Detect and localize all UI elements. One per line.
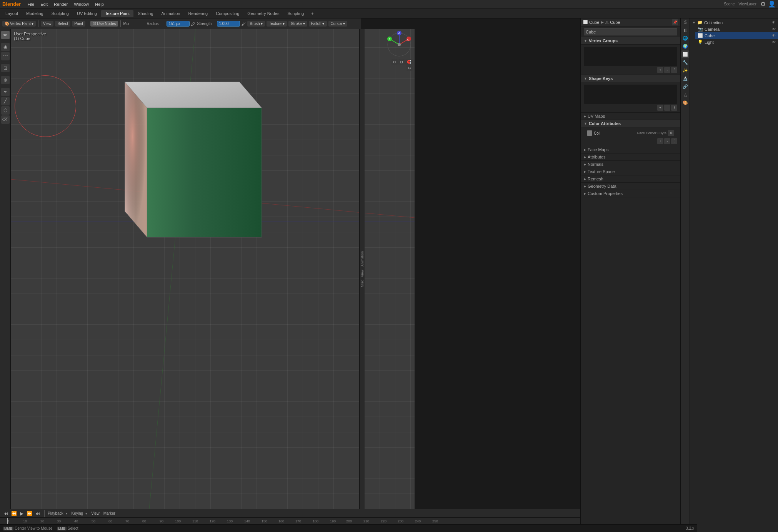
scene-props-icon[interactable]: 🌐 [681, 34, 689, 42]
menu-help[interactable]: Help [92, 1, 107, 7]
cursor-btn[interactable]: Cursor ▾ [328, 21, 348, 27]
proportional-edit-btn[interactable]: ⊙ [406, 65, 413, 71]
vg-extra-btn[interactable]: ⋮ [671, 67, 677, 73]
object-props-icon[interactable]: ⬜ [681, 50, 689, 58]
3d-viewport[interactable]: User Perspective (1) Cube X Y Z ⊙ [11, 29, 415, 509]
texture-space-header[interactable]: ▶ Texture Space [581, 168, 680, 175]
modifier-props-icon[interactable]: 🔧 [681, 58, 689, 66]
view-menu[interactable]: View [41, 21, 54, 27]
menu-render[interactable]: Render [51, 1, 70, 7]
camera-item[interactable]: 📷 Camera 👁 [695, 26, 778, 32]
radius-input[interactable] [167, 21, 190, 27]
draw-tool[interactable]: ✏ [1, 31, 10, 39]
tl-jump-end-btn[interactable]: ⏭ [34, 510, 41, 517]
shape-keys-header[interactable]: ▼ Shape Keys [581, 75, 680, 82]
strength-input[interactable] [217, 21, 240, 27]
remesh-header[interactable]: ▶ Remesh [581, 175, 680, 183]
sk-add-btn[interactable]: + [657, 105, 663, 111]
cube-eye[interactable]: 👁 [772, 33, 776, 38]
texture-btn[interactable]: Texture ▾ [267, 21, 287, 27]
nav-gizmo[interactable]: X Y Z [386, 31, 413, 58]
camera-eye[interactable]: 👁 [772, 27, 776, 31]
misc-tab[interactable]: Misc [360, 279, 364, 289]
version-label: 3.2.x [686, 526, 694, 530]
cursor-tool[interactable]: ⊕ [1, 76, 10, 84]
collection-eye[interactable]: 👁 [772, 20, 776, 25]
vg-remove-btn[interactable]: - [664, 67, 670, 73]
view-layer-icon[interactable]: ◧ [681, 26, 689, 34]
ws-tab-sculpting[interactable]: Sculpting [48, 10, 73, 17]
ws-tab-scripting[interactable]: Scripting [283, 10, 308, 17]
particles-icon[interactable]: ✨ [681, 67, 689, 74]
output-props-icon[interactable]: 🖨 [681, 18, 689, 26]
constraints-icon[interactable]: 🔗 [681, 83, 689, 90]
cube-item[interactable]: ⬜ Cube 👁 [695, 32, 778, 39]
uv-maps-header[interactable]: ▶ UV Maps [581, 113, 680, 120]
sk-extra-btn[interactable]: ⋮ [671, 105, 677, 111]
breadcrumb-home[interactable]: ⬜ [583, 20, 588, 24]
geometry-data-header[interactable]: ▶ Geometry Data [581, 183, 680, 190]
vg-add-btn[interactable]: + [657, 67, 663, 73]
object-mode-toggle[interactable]: 🎨 Vertex Paint ▾ [2, 21, 36, 27]
ws-tab-rendering[interactable]: Rendering [184, 10, 212, 17]
smear-tool[interactable]: 〰 [1, 52, 10, 60]
ca-extra-btn[interactable]: ⋮ [671, 138, 677, 144]
ws-tab-uv-editing[interactable]: UV Editing [73, 10, 101, 17]
tl-play-btn[interactable]: ▶ [19, 510, 25, 517]
menu-file[interactable]: File [25, 1, 37, 7]
collection-item[interactable]: ▼ 📁 Collection 👁 [690, 19, 778, 26]
ws-tab-layout[interactable]: Layout [2, 10, 22, 17]
view-tab[interactable]: View [360, 268, 364, 279]
viewport-gizmo-btn[interactable]: ⊡ [398, 59, 405, 65]
world-props-icon[interactable]: 🌍 [681, 42, 689, 50]
normals-header[interactable]: ▶ Normals [581, 161, 680, 168]
tl-next-frame-btn[interactable]: ⏩ [25, 510, 33, 517]
properties-icon-bar: 🎬 🖨 ◧ 🌐 🌍 ⬜ 🔧 ✨ 🔬 🔗 △ 🎨 [680, 8, 690, 532]
viewport-overlay-btn[interactable]: ⊙ [391, 59, 398, 65]
ca-add-btn[interactable]: + [657, 138, 663, 144]
color-attributes-header[interactable]: ▼ Color Attributes [581, 120, 680, 127]
tl-jump-start-btn[interactable]: ⏮ [2, 510, 9, 517]
ws-tab-add[interactable]: + [308, 10, 317, 17]
ws-tab-shading[interactable]: Shading [134, 10, 157, 17]
physics-icon[interactable]: 🔬 [681, 75, 689, 82]
strength-icon: 🖊 [242, 22, 246, 26]
col-settings-btn[interactable]: ⚙ [668, 130, 674, 136]
blur-tool[interactable]: ⊡ [1, 64, 10, 72]
animation-tab[interactable]: Animation [360, 250, 364, 268]
ws-tab-animation[interactable]: Animation [158, 10, 184, 17]
use-nodes-btn[interactable]: ☑ Use Nodes [90, 21, 118, 27]
light-item[interactable]: 💡 Light 👁 [695, 39, 778, 45]
object-name-input[interactable] [584, 28, 677, 35]
face-maps-header[interactable]: ▶ Face Maps [581, 146, 680, 153]
vertex-groups-header[interactable]: ▼ Vertex Groups [581, 37, 680, 45]
material-icon[interactable]: 🎨 [681, 99, 689, 107]
menu-window[interactable]: Window [71, 1, 92, 7]
annotate-poly[interactable]: ⬡ [1, 106, 10, 115]
status-center-view: MMB Center View to Mouse [3, 526, 52, 530]
annotate-erase[interactable]: ⌫ [1, 115, 10, 124]
fill-tool[interactable]: ◉ [1, 43, 10, 51]
object-data-icon[interactable]: △ [681, 91, 689, 98]
props-pin-btn[interactable]: 📌 [672, 19, 678, 25]
tl-prev-frame-btn[interactable]: ⏪ [10, 510, 18, 517]
ws-tab-geometry-nodes[interactable]: Geometry Nodes [243, 10, 283, 17]
annotate-line[interactable]: ╱ [1, 97, 10, 105]
custom-properties-header[interactable]: ▶ Custom Properties [581, 190, 680, 197]
brush-btn[interactable]: Brush ▾ [247, 21, 265, 27]
ca-remove-btn[interactable]: - [664, 138, 670, 144]
ws-tab-compositing[interactable]: Compositing [212, 10, 243, 17]
stroke-btn[interactable]: Stroke ▾ [288, 21, 307, 27]
paint-menu[interactable]: Paint [72, 21, 85, 27]
falloff-btn[interactable]: Falloff ▾ [309, 21, 327, 27]
menu-edit[interactable]: Edit [38, 1, 50, 7]
ws-tab-texture-paint[interactable]: Texture Paint [101, 10, 133, 17]
ws-tab-modeling[interactable]: Modeling [22, 10, 47, 17]
light-eye[interactable]: 👁 [772, 40, 776, 44]
viewport-snap-btn[interactable]: 🧲 [405, 59, 413, 65]
header-toolbar: 🎨 Vertex Paint ▾ View Select Paint ☑ Use… [0, 18, 361, 29]
sk-remove-btn[interactable]: - [664, 105, 670, 111]
annotate-tool[interactable]: ✒ [1, 88, 10, 96]
attributes-header[interactable]: ▶ Attributes [581, 153, 680, 161]
select-menu[interactable]: Select [55, 21, 70, 27]
